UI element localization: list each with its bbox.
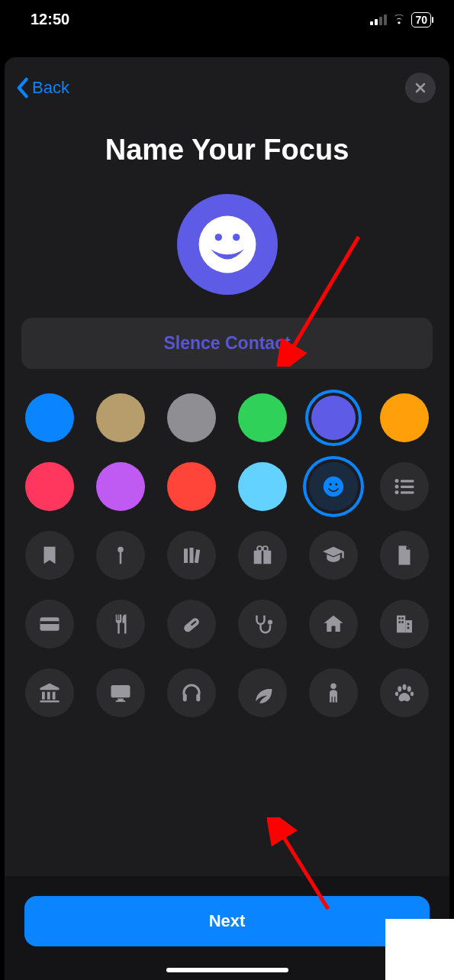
pin-icon-button[interactable] bbox=[96, 531, 145, 580]
svg-rect-7 bbox=[401, 480, 414, 482]
svg-rect-32 bbox=[407, 623, 409, 626]
card-icon-button[interactable] bbox=[25, 600, 74, 648]
svg-rect-29 bbox=[401, 617, 404, 619]
pill-icon-button[interactable] bbox=[167, 600, 216, 648]
svg-point-8 bbox=[394, 485, 398, 489]
svg-point-1 bbox=[214, 234, 221, 241]
home-icon-button[interactable] bbox=[309, 600, 358, 648]
corner-patch bbox=[385, 919, 454, 980]
next-button[interactable]: Next bbox=[24, 896, 430, 946]
svg-rect-14 bbox=[184, 548, 188, 563]
svg-point-21 bbox=[263, 546, 268, 551]
svg-rect-34 bbox=[111, 685, 130, 697]
status-bar: 12:50 70 bbox=[0, 0, 454, 34]
back-button[interactable]: Back bbox=[15, 77, 69, 99]
bank-icon-button[interactable] bbox=[25, 668, 74, 717]
color-swatch-magenta[interactable] bbox=[96, 462, 145, 511]
svg-point-3 bbox=[324, 477, 343, 496]
color-swatch-orange[interactable] bbox=[380, 393, 429, 442]
focus-setup-sheet: Back Name Your Focus Slence Contact Next bbox=[5, 57, 449, 980]
svg-rect-27 bbox=[405, 620, 412, 632]
color-icon-grid bbox=[5, 369, 449, 726]
color-swatch-tan[interactable] bbox=[96, 393, 145, 442]
color-swatch-gray[interactable] bbox=[167, 393, 216, 442]
svg-point-10 bbox=[394, 490, 398, 494]
color-swatch-red[interactable] bbox=[25, 462, 74, 511]
svg-rect-30 bbox=[398, 621, 401, 623]
navigation-bar: Back bbox=[5, 57, 449, 111]
svg-point-44 bbox=[394, 691, 398, 696]
back-label: Back bbox=[32, 78, 69, 98]
svg-rect-26 bbox=[397, 616, 405, 633]
color-swatch-blue[interactable] bbox=[25, 393, 74, 442]
color-swatch-purple[interactable] bbox=[311, 396, 356, 440]
svg-rect-33 bbox=[407, 627, 409, 629]
preview-circle bbox=[177, 194, 278, 295]
gift-icon-button[interactable] bbox=[238, 531, 287, 580]
svg-point-20 bbox=[257, 546, 262, 551]
svg-rect-13 bbox=[120, 551, 122, 564]
svg-point-4 bbox=[329, 484, 331, 486]
smiley-icon bbox=[198, 215, 257, 274]
svg-rect-16 bbox=[195, 549, 200, 563]
svg-rect-37 bbox=[183, 694, 187, 701]
color-swatch-green[interactable] bbox=[238, 393, 287, 442]
svg-point-6 bbox=[394, 479, 398, 483]
svg-point-5 bbox=[335, 484, 337, 486]
svg-point-40 bbox=[398, 686, 401, 692]
svg-rect-36 bbox=[116, 700, 126, 702]
home-indicator bbox=[166, 968, 288, 972]
wifi-icon bbox=[391, 11, 407, 28]
paw-icon-button[interactable] bbox=[380, 668, 429, 717]
headphones-icon-button[interactable] bbox=[167, 668, 216, 717]
focus-preview bbox=[5, 194, 449, 295]
svg-rect-19 bbox=[262, 551, 264, 564]
svg-point-0 bbox=[198, 216, 256, 273]
status-time: 12:50 bbox=[31, 11, 69, 28]
svg-rect-9 bbox=[401, 486, 414, 488]
building-icon-button[interactable] bbox=[380, 600, 429, 648]
cellular-icon bbox=[370, 15, 387, 25]
svg-rect-31 bbox=[401, 621, 404, 623]
battery-indicator: 70 bbox=[411, 12, 431, 27]
close-button[interactable] bbox=[405, 73, 436, 103]
focus-name-input[interactable]: Slence Contact bbox=[21, 318, 433, 369]
svg-rect-23 bbox=[40, 621, 60, 624]
svg-rect-38 bbox=[196, 694, 200, 701]
svg-point-39 bbox=[330, 684, 336, 690]
svg-rect-28 bbox=[398, 617, 401, 619]
svg-point-43 bbox=[410, 691, 413, 696]
svg-rect-11 bbox=[401, 491, 414, 493]
stethoscope-icon-button[interactable] bbox=[238, 600, 287, 648]
grad-cap-icon-button[interactable] bbox=[309, 531, 358, 580]
monitor-icon-button[interactable] bbox=[96, 668, 145, 717]
svg-point-42 bbox=[407, 686, 411, 692]
page-title: Name Your Focus bbox=[20, 134, 434, 167]
leaf-icon-button[interactable] bbox=[238, 668, 287, 717]
person-icon-button[interactable] bbox=[309, 668, 358, 717]
books-icon-button[interactable] bbox=[167, 531, 216, 580]
footer-bar: Next bbox=[5, 876, 449, 980]
color-swatch-cyan[interactable] bbox=[238, 462, 287, 511]
svg-point-25 bbox=[268, 619, 272, 624]
svg-point-2 bbox=[233, 234, 240, 241]
svg-point-41 bbox=[402, 684, 406, 691]
color-swatch-coral[interactable] bbox=[167, 462, 216, 511]
svg-rect-15 bbox=[190, 548, 194, 563]
utensils-icon-button[interactable] bbox=[96, 600, 145, 648]
document-icon-button[interactable] bbox=[380, 531, 429, 580]
bookmark-icon-button[interactable] bbox=[25, 531, 74, 580]
svg-rect-35 bbox=[118, 699, 124, 701]
smiley-icon-button[interactable] bbox=[309, 462, 358, 511]
list-icon-button[interactable] bbox=[380, 462, 429, 511]
status-right: 70 bbox=[370, 11, 431, 28]
